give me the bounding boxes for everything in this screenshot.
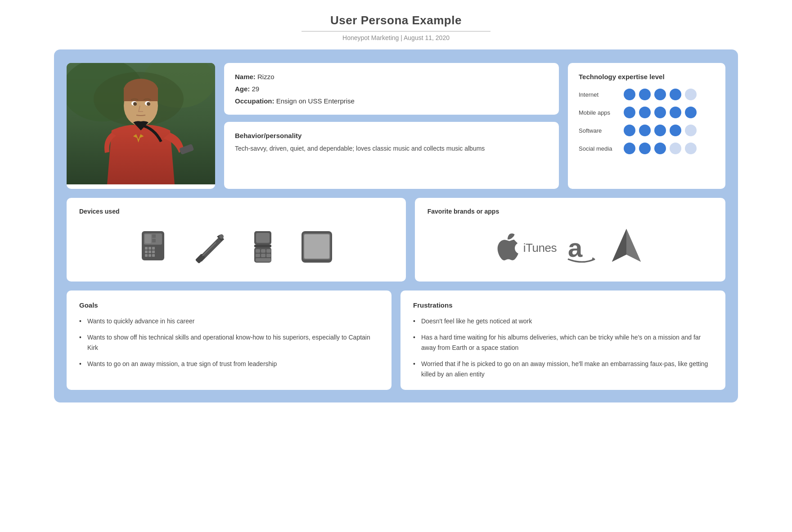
dot: [654, 125, 666, 136]
goal-item-2: Wants to show off his technical skills a…: [79, 332, 379, 353]
apple-logo: [496, 233, 521, 263]
tech-dots-mobile: [624, 107, 697, 118]
svg-rect-25: [145, 254, 148, 257]
dot: [685, 89, 697, 100]
behavior-card: Behavior/personality Tech-savvy, driven,…: [224, 122, 559, 189]
behavior-title: Behavior/personality: [235, 132, 548, 139]
svg-rect-35: [256, 249, 260, 253]
dot: [670, 125, 681, 136]
goal-item-3: Wants to go on an away mission, a true s…: [79, 359, 379, 369]
dot: [654, 89, 666, 100]
starfleet-brand: [608, 227, 644, 269]
svg-rect-23: [148, 250, 151, 253]
info-column: Name: Rizzo Age: 29 Occupation: Ensign o…: [224, 63, 559, 189]
svg-rect-16: [145, 234, 151, 243]
devices-card: Devices used: [67, 198, 406, 282]
tech-dots-internet: [624, 89, 697, 100]
svg-rect-20: [148, 247, 151, 250]
svg-point-12: [147, 102, 150, 106]
tech-label-social: Social media: [579, 145, 624, 152]
amazon-brand: a: [566, 233, 599, 263]
svg-rect-17: [152, 234, 156, 238]
starfleet-logo: [608, 227, 644, 267]
tech-dots-social: [624, 143, 697, 154]
svg-rect-40: [266, 254, 271, 257]
dot: [624, 107, 635, 118]
tech-row-mobile: Mobile apps: [579, 107, 715, 118]
dot: [624, 89, 635, 100]
dot: [670, 107, 681, 118]
tech-label-internet: Internet: [579, 91, 624, 98]
svg-rect-38: [256, 254, 260, 257]
brands-icons: iTunes a: [428, 222, 713, 273]
dot: [654, 107, 666, 118]
svg-rect-24: [152, 250, 155, 253]
dot: [670, 143, 681, 154]
svg-rect-37: [266, 249, 271, 253]
name-value: Rizzo: [257, 73, 274, 80]
persona-card: Name: Rizzo Age: 29 Occupation: Ensign o…: [54, 49, 738, 402]
frustration-item-1: Doesn't feel like he gets noticed at wor…: [413, 316, 713, 326]
communicator-icon: [135, 227, 176, 267]
occupation-line: Occupation: Ensign on USS Enterprise: [235, 97, 548, 105]
dot: [639, 107, 651, 118]
header-divider: [302, 31, 490, 31]
behavior-text: Tech-savvy, driven, quiet, and dependabl…: [235, 144, 548, 153]
frustrations-list: Doesn't feel like he gets noticed at wor…: [413, 316, 713, 379]
tech-row-internet: Internet: [579, 89, 715, 100]
name-line: Name: Rizzo: [235, 73, 548, 80]
devices-icons: [79, 222, 393, 272]
svg-rect-44: [304, 234, 329, 259]
frustrations-title: Frustrations: [413, 301, 713, 309]
dot: [624, 143, 635, 154]
name-label: Name:: [235, 73, 256, 80]
age-value: 29: [252, 85, 260, 93]
page-subtitle: Honeypot Marketing | August 11, 2020: [0, 34, 792, 41]
dot: [670, 89, 681, 100]
svg-rect-39: [261, 254, 266, 257]
tech-card: Technology expertise level Internet Mobi…: [568, 63, 725, 189]
dot: [624, 125, 635, 136]
svg-rect-32: [256, 233, 270, 243]
svg-rect-27: [152, 254, 155, 257]
flip-phone-icon: [243, 227, 284, 267]
itunes-brand: iTunes: [496, 233, 557, 263]
goals-card: Goals Wants to quickly advance in his ca…: [67, 291, 392, 390]
persona-photo-svg: [67, 63, 215, 184]
svg-rect-36: [261, 249, 266, 253]
tech-dots-software: [624, 125, 697, 136]
svg-point-29: [219, 234, 224, 239]
occupation-label: Occupation:: [235, 97, 274, 105]
photo-card: [67, 63, 215, 189]
dot: [685, 107, 697, 118]
dot: [639, 89, 651, 100]
age-label: Age:: [235, 85, 250, 93]
top-row: Name: Rizzo Age: 29 Occupation: Ensign o…: [67, 63, 725, 189]
page-title: User Persona Example: [0, 13, 792, 27]
dot: [654, 143, 666, 154]
svg-text:a: a: [568, 233, 583, 262]
svg-rect-26: [148, 254, 151, 257]
svg-rect-19: [145, 247, 148, 250]
devices-title: Devices used: [79, 208, 393, 215]
age-line: Age: 29: [235, 85, 548, 93]
page-header: User Persona Example Honeypot Marketing …: [0, 0, 792, 49]
dot: [685, 125, 697, 136]
frustrations-card: Frustrations Doesn't feel like he gets n…: [400, 291, 725, 390]
bottom-row: Goals Wants to quickly advance in his ca…: [67, 291, 725, 390]
svg-rect-22: [145, 250, 148, 253]
tech-row-social: Social media: [579, 143, 715, 154]
svg-rect-18: [152, 239, 156, 242]
goals-list: Wants to quickly advance in his career W…: [79, 316, 379, 369]
tech-label-mobile: Mobile apps: [579, 109, 624, 116]
svg-rect-8: [124, 88, 158, 101]
svg-rect-21: [152, 247, 155, 250]
dot: [639, 143, 651, 154]
brands-card: Favorite brands or apps iTunes a: [415, 198, 725, 282]
frustration-item-3: Worried that if he is picked to go on an…: [413, 359, 713, 379]
goals-title: Goals: [79, 301, 379, 309]
dot: [685, 143, 697, 154]
brands-title: Favorite brands or apps: [428, 208, 713, 215]
svg-rect-33: [254, 245, 271, 247]
itunes-label: iTunes: [523, 241, 557, 255]
